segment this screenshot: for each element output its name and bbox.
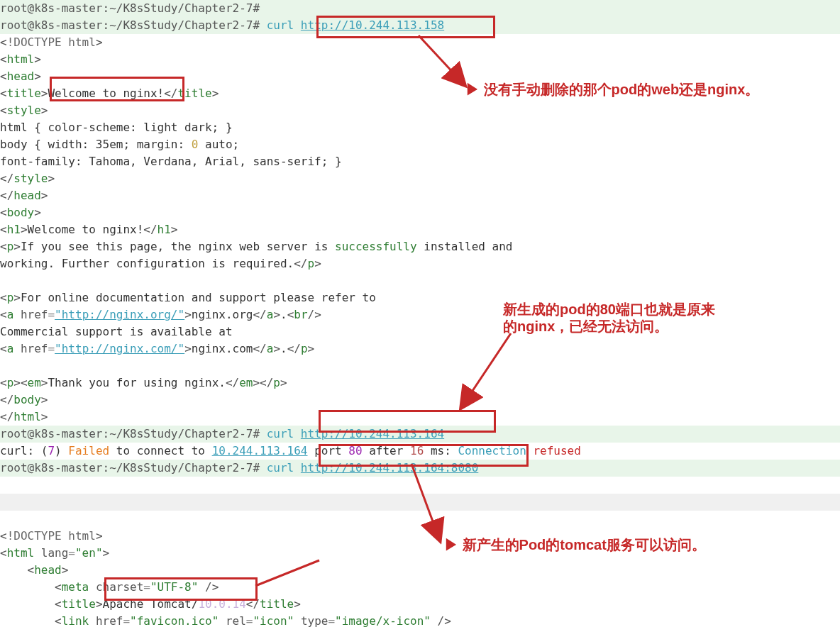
terminal-line-curl3: root@k8s-master:~/K8sStudy/Chapter2-7# c… [0, 460, 840, 477]
url-link-3[interactable]: http://10.244.113.164:8080 [301, 461, 478, 475]
output-css2: body { width: 35em; margin: 0 auto; [0, 136, 840, 153]
output-p1b: working. Further configuration is requir… [0, 255, 840, 272]
tomcat-meta: <meta charset="UTF-8" /> [0, 579, 840, 596]
terminal-line-prompt: root@k8s-master:~/K8sStudy/Chapter2-7# [0, 0, 840, 17]
terminal-line-curl2: root@k8s-master:~/K8sStudy/Chapter2-7# c… [0, 426, 840, 443]
output-doctype: <!DOCTYPE html> [0, 34, 840, 51]
annotation-1: ▶ 没有手动删除的那个pod的web还是nginx。 [465, 81, 759, 98]
tomcat-doctype: <!DOCTYPE html> [0, 528, 840, 545]
tomcat-title: <title>Apache Tomcat/10.0.14</title> [0, 596, 840, 613]
output-body-close: </body> [0, 392, 840, 409]
output-html-open: <html> [0, 51, 840, 68]
url-link-2[interactable]: http://10.244.113.164 [301, 427, 444, 440]
ip-link[interactable]: 10.244.113.164 [212, 444, 308, 457]
terminal-line-curl1: root@k8s-master:~/K8sStudy/Chapter2-7# c… [0, 17, 840, 34]
separator [0, 494, 840, 511]
output-a2: <a href="http://nginx.com/">nginx.com</a… [0, 340, 840, 357]
tomcat-head: <head> [0, 562, 840, 579]
output-em: <p><em>Thank you for using nginx.</em></… [0, 374, 840, 392]
tomcat-html: <html lang="en"> [0, 545, 840, 562]
url-link-1[interactable]: http://10.244.113.158 [301, 18, 444, 32]
output-body-open: <body> [0, 204, 840, 221]
annotation-3: ▶ 新产生的Pod的tomcat服务可以访问。 [444, 536, 706, 553]
annotation-2: 新生成的pod的80端口也就是原来的nginx，已经无法访问。 [503, 301, 715, 335]
output-html-close: </html> [0, 409, 840, 426]
output-style-open: <style> [0, 102, 840, 119]
output-head-close: </head> [0, 187, 840, 204]
output-style-close: </style> [0, 170, 840, 187]
curl-error: curl: (7) Failed to connect to 10.244.11… [0, 443, 840, 460]
output-css3: font-family: Tahoma, Verdana, Arial, san… [0, 153, 840, 170]
output-p1: <p>If you see this page, the nginx web s… [0, 238, 840, 255]
tomcat-link1: <link href="favicon.ico" rel="icon" type… [0, 613, 840, 627]
output-h1: <h1>Welcome to nginx!</h1> [0, 221, 840, 238]
output-css1: html { color-scheme: light dark; } [0, 119, 840, 136]
